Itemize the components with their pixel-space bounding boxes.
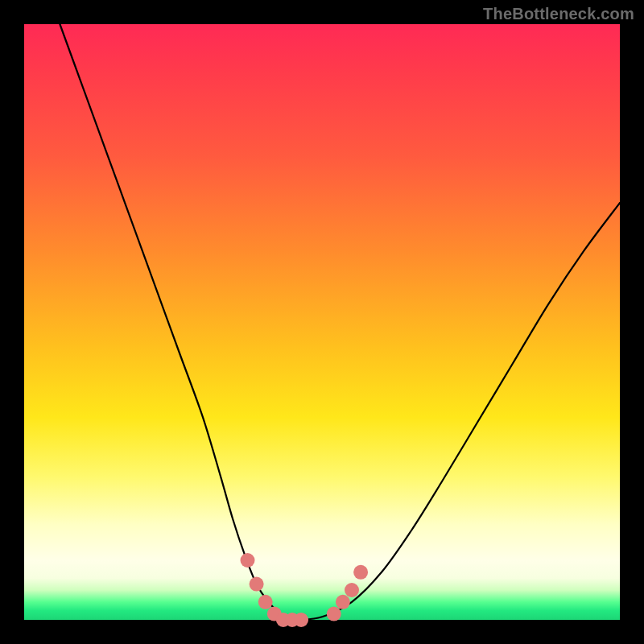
highlight-dots: [241, 553, 369, 627]
highlight-dot: [336, 595, 350, 609]
bottleneck-curve: [60, 24, 620, 621]
highlight-dot: [258, 595, 273, 609]
highlight-dot: [345, 583, 359, 597]
highlight-dot: [250, 577, 264, 592]
curve-layer: [24, 24, 620, 620]
highlight-dot: [353, 565, 368, 580]
plot-area: [24, 24, 620, 620]
chart-frame: TheBottleneck.com: [0, 0, 644, 644]
highlight-dot: [241, 553, 255, 568]
watermark-text: TheBottleneck.com: [483, 5, 634, 23]
highlight-dot: [327, 607, 341, 621]
highlight-dot: [294, 613, 308, 627]
